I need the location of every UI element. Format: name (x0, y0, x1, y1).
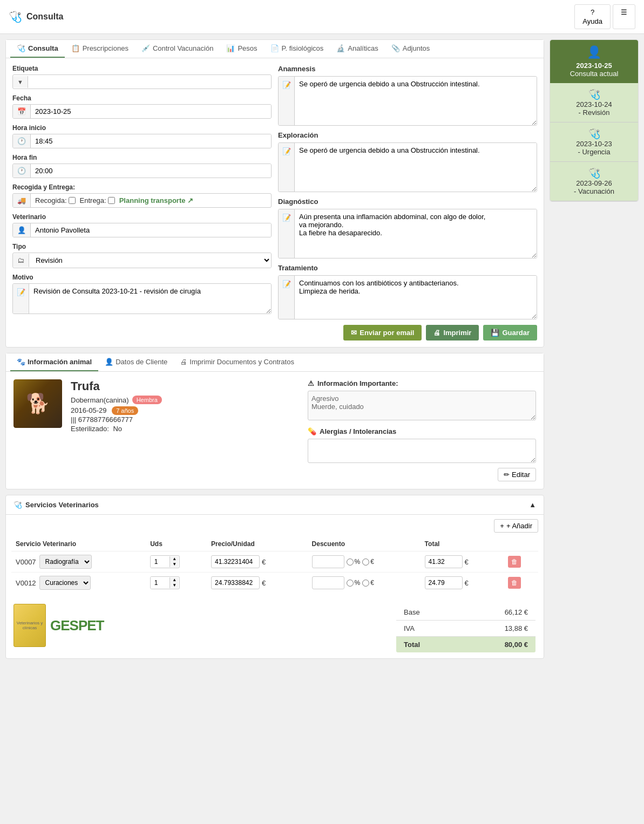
hora-fin-input[interactable] (31, 164, 271, 178)
total-input-1[interactable] (425, 576, 463, 589)
services-header[interactable]: 🩺 Servicios Veterinarios ▲ (6, 495, 544, 515)
important-textarea[interactable]: Agresivo Muerde, cuidado (308, 391, 536, 420)
planning-link[interactable]: Planning transporte ↗ (119, 196, 193, 205)
tratamiento-icon: 📝 (279, 276, 295, 319)
discount-pct-label-0: % (347, 558, 361, 566)
qty-input-0[interactable] (151, 556, 170, 568)
motivo-row: Motivo 📝 Revisión de Consulta 2023-10-21… (12, 274, 272, 314)
qty-input-1[interactable] (151, 577, 170, 589)
price-input-0[interactable] (211, 555, 260, 568)
delete-row-button-0[interactable]: 🗑 (508, 556, 521, 568)
app-title: Consulta (26, 12, 63, 22)
menu-button[interactable]: ☰ (613, 4, 635, 29)
action-buttons: ✉ Enviar por email 🖨 Imprimir 💾 Guardar (278, 325, 537, 341)
age-badge: 7 años (112, 406, 138, 415)
history-date-1: 2023-10-23 (554, 140, 634, 148)
edit-icon: ✏ (504, 471, 510, 479)
allergy-icon: 💊 (308, 427, 316, 435)
anamnesis-title: Anamnesis (278, 65, 537, 73)
history-type-0: - Revisión (554, 108, 634, 117)
motivo-textarea[interactable]: Revisión de Consulta 2023-10-21 - revisi… (29, 284, 271, 314)
tab-consulta[interactable]: 🩺 Consulta (10, 40, 65, 58)
table-row: V0007 Radiografía ▲ ▼ € (11, 551, 538, 573)
fecha-input-wrap: 📅 (12, 104, 272, 119)
total-final-label: Total (396, 637, 459, 653)
spin-down-0[interactable]: ▼ (170, 562, 179, 567)
allergy-textarea[interactable] (308, 439, 536, 463)
add-service-button[interactable]: + + Añadir (494, 519, 538, 533)
tab-adjuntos[interactable]: 📎 Adjuntos (385, 40, 437, 58)
tab-pesos[interactable]: 📊 Pesos (220, 40, 263, 58)
send-email-button[interactable]: ✉ Enviar por email (343, 325, 422, 341)
discount-input-0[interactable] (312, 555, 344, 568)
exploracion-textarea[interactable]: Se operó de urgencia debido a una Obstru… (295, 143, 537, 192)
diagnostico-icon: 📝 (279, 209, 295, 258)
tab-vacunacion[interactable]: 💉 Control Vacunación (135, 40, 220, 58)
etiqueta-input[interactable] (28, 75, 271, 88)
edit-button[interactable]: ✏ Editar (498, 468, 536, 481)
discount-pct-label-1: % (347, 579, 361, 587)
qty-spinner-0: ▲ ▼ (150, 555, 180, 568)
service-select-1[interactable]: Curaciones (39, 576, 91, 590)
services-title-area: 🩺 Servicios Veterinarios (13, 501, 99, 509)
tab-info-animal[interactable]: 🐾 Información animal (10, 353, 98, 371)
entrega-checkbox[interactable] (108, 197, 115, 204)
tipo-select[interactable]: Revisión Urgencia Vacunación (29, 253, 271, 268)
history-item-2[interactable]: 🩺 2023-09-26 - Vacunación (550, 162, 638, 201)
price-input-1[interactable] (211, 576, 260, 589)
hora-fin-wrap: 🕐 (12, 164, 272, 178)
left-panel: 🩺 Consulta 📋 Prescripciones 💉 Control Va… (5, 39, 544, 659)
etiqueta-row: Etiqueta ▼ (12, 65, 272, 89)
discount-pct-radio-0[interactable] (347, 559, 354, 566)
iva-value: 13,88 € (459, 621, 536, 637)
anamnesis-icon: 📝 (279, 77, 295, 125)
save-button[interactable]: 💾 Guardar (483, 325, 537, 341)
tab-prescripciones[interactable]: 📋 Prescripciones (65, 40, 135, 58)
spin-down-1[interactable]: ▼ (170, 583, 179, 588)
tipo-row: Tipo 🗂 Revisión Urgencia Vacunación (12, 243, 272, 268)
tab-imprimir-docs[interactable]: 🖨 Imprimir Documentos y Contratos (174, 353, 301, 371)
exploracion-title: Exploración (278, 131, 537, 139)
tab-analiticas[interactable]: 🔬 Analíticas (330, 40, 384, 58)
hora-inicio-label: Hora inicio (12, 124, 272, 132)
tab-pfisiologicos[interactable]: 📄 P. fisiológicos (264, 40, 330, 58)
analiticas-tab-icon: 🔬 (336, 44, 345, 52)
discount-cell-0: % € (312, 555, 416, 568)
tab-datos-cliente[interactable]: 👤 Datos de Cliente (98, 353, 174, 371)
recogida-checkbox-label: Recogida: (35, 196, 76, 205)
qty-spinner-1: ▲ ▼ (150, 576, 180, 589)
fecha-input[interactable] (31, 105, 271, 118)
anamnesis-wrap: 📝 Se operó de urgencia debido a una Obst… (278, 76, 537, 126)
service-select-0[interactable]: Radiografía (39, 555, 92, 569)
veterinario-input[interactable] (31, 223, 271, 237)
print-icon: 🖨 (433, 329, 440, 337)
brand-name: GESPET (50, 617, 104, 634)
animal-photo: 🐕 (13, 379, 62, 428)
services-table-body: V0007 Radiografía ▲ ▼ € (11, 551, 538, 594)
discount-eur-radio-1[interactable] (362, 580, 369, 587)
service-code: V0007 (16, 558, 36, 566)
services-content: + + Añadir Servicio Veterinario Uds Prec… (6, 515, 544, 598)
diagnostico-textarea[interactable]: Aún presenta una inflamación abdominal, … (295, 209, 537, 258)
discount-pct-radio-1[interactable] (347, 580, 354, 587)
history-item-0[interactable]: 🩺 2023-10-24 - Revisión (550, 83, 638, 122)
spin-up-1[interactable]: ▲ (170, 577, 179, 583)
imprimir-docs-icon: 🖨 (180, 358, 187, 366)
history-item-1[interactable]: 🩺 2023-10-23 - Urgencia (550, 122, 638, 162)
base-value: 66,12 € (459, 604, 536, 621)
tratamiento-textarea[interactable]: Continuamos con los antibióticos y antib… (295, 276, 537, 319)
hora-fin-label: Hora fin (12, 154, 272, 161)
col-total: Total (421, 537, 504, 551)
print-button[interactable]: 🖨 Imprimir (426, 325, 479, 341)
hora-inicio-input[interactable] (31, 134, 271, 148)
anamnesis-textarea[interactable]: Se operó de urgencia debido a una Obstru… (295, 77, 537, 125)
help-button[interactable]: ? Ayuda (574, 4, 611, 29)
totals-table: Base 66,12 € IVA 13,88 € Total 80,00 € (396, 604, 536, 653)
hora-inicio-row: Hora inicio 🕐 (12, 124, 272, 148)
discount-eur-radio-0[interactable] (362, 559, 369, 566)
discount-input-1[interactable] (312, 576, 344, 589)
total-input-0[interactable] (425, 555, 463, 568)
delete-row-button-1[interactable]: 🗑 (508, 577, 521, 589)
spin-up-0[interactable]: ▲ (170, 556, 179, 562)
recogida-checkbox[interactable] (69, 197, 76, 204)
